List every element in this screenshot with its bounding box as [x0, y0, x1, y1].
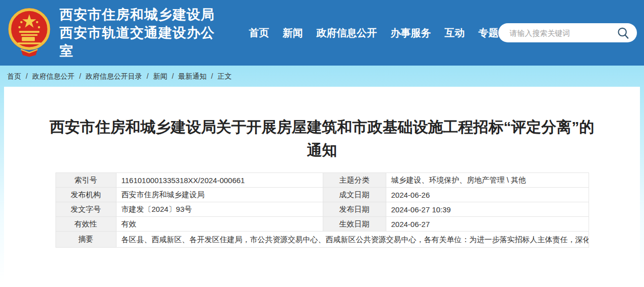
meta-value-validity: 有效 — [116, 217, 323, 232]
breadcrumb-separator: / — [79, 72, 81, 80]
meta-value-topic-category: 城乡建设、环境保护、房地产管理 \ 其他 — [386, 173, 589, 188]
nav-item-news[interactable]: 新闻 — [282, 26, 303, 40]
breadcrumb-news[interactable]: 新闻 — [153, 72, 167, 81]
document-meta-table: 索引号 1161010001335318XX/2024-000661 主题分类 … — [55, 173, 589, 248]
meta-value-index-number: 1161010001335318XX/2024-000661 — [116, 173, 323, 188]
meta-value-issuing-agency: 西安市住房和城乡建设局 — [116, 188, 323, 202]
content-card: 西安市住房和城乡建设局关于开展房屋建筑和市政基础设施工程招标“评定分离”的通知 … — [4, 87, 640, 287]
nav-item-topics[interactable]: 专题 — [478, 26, 498, 40]
meta-label-written-date: 成文日期 — [323, 188, 386, 202]
search-box — [498, 23, 637, 42]
meta-label-effective-date: 生效日期 — [323, 217, 386, 232]
nav-item-interact[interactable]: 互动 — [444, 26, 464, 40]
meta-value-publish-date: 2024-06-27 10:39 — [386, 202, 589, 217]
meta-row-document-number: 发文字号 市建发〔2024〕93号 发布日期 2024-06-27 10:39 — [55, 202, 589, 217]
site-title: 西安市住房和城乡建设局 西安市轨道交通建设办公室 — [60, 6, 227, 60]
breadcrumb-gov-info-dir[interactable]: 政府信息公开目录 — [86, 72, 142, 81]
meta-row-index-number: 索引号 1161010001335318XX/2024-000661 主题分类 … — [55, 173, 589, 188]
breadcrumb: 首页 / 政府信息公开 / 政府信息公开目录 / 新闻 / 最新通知 / 正文 — [0, 66, 644, 87]
meta-row-summary: 摘要 各区县、西咸新区、各开发区住建局，市公共资源交易中心、西咸新区公共资源交易… — [55, 232, 589, 248]
breadcrumb-separator: / — [172, 72, 174, 80]
meta-value-document-number: 市建发〔2024〕93号 — [116, 202, 323, 217]
meta-label-topic-category: 主题分类 — [323, 173, 386, 188]
meta-label-document-number: 发文字号 — [55, 202, 116, 217]
breadcrumb-separator: / — [147, 72, 149, 80]
meta-label-publish-date: 发布日期 — [323, 202, 386, 217]
main-nav: 首页 新闻 政府信息公开 办事服务 互动 专题 — [249, 26, 498, 40]
meta-label-summary: 摘要 — [55, 232, 116, 248]
meta-value-summary: 各区县、西咸新区、各开发区住建局，市公共资源交易中心、西咸新区公共资源交易中心，… — [116, 232, 589, 248]
meta-label-issuing-agency: 发布机构 — [55, 188, 116, 202]
breadcrumb-gov-info[interactable]: 政府信息公开 — [32, 72, 75, 81]
site-logo-home-link[interactable]: 西安市住房和城乡建设局 西安市轨道交通建设办公室 — [6, 6, 227, 60]
meta-value-written-date: 2024-06-26 — [386, 188, 589, 202]
search-icon[interactable] — [616, 26, 630, 40]
site-title-line1: 西安市住房和城乡建设局 — [60, 6, 227, 24]
meta-value-effective-date: 2024-06-27 — [386, 217, 589, 232]
nav-item-services[interactable]: 办事服务 — [390, 26, 431, 40]
meta-label-index-number: 索引号 — [55, 173, 116, 188]
meta-label-validity: 有效性 — [55, 217, 116, 232]
national-emblem-icon — [6, 7, 52, 59]
nav-item-home[interactable]: 首页 — [249, 26, 269, 40]
breadcrumb-separator: / — [211, 72, 213, 80]
breadcrumb-separator: / — [26, 72, 28, 80]
meta-row-issuing-agency: 发布机构 西安市住房和城乡建设局 成文日期 2024-06-26 — [55, 188, 589, 202]
breadcrumb-home[interactable]: 首页 — [7, 72, 21, 81]
site-header: 西安市住房和城乡建设局 西安市轨道交通建设办公室 首页 新闻 政府信息公开 办事… — [0, 0, 644, 66]
breadcrumb-latest-notice[interactable]: 最新通知 — [179, 72, 207, 81]
site-title-line2: 西安市轨道交通建设办公室 — [60, 24, 227, 60]
meta-row-validity: 有效性 有效 生效日期 2024-06-27 — [55, 217, 589, 232]
breadcrumb-current-page: 正文 — [217, 72, 231, 81]
nav-item-gov-info[interactable]: 政府信息公开 — [316, 26, 377, 40]
article-title: 西安市住房和城乡建设局关于开展房屋建筑和市政基础设施工程招标“评定分离”的通知 — [50, 116, 595, 162]
search-input[interactable] — [509, 29, 616, 37]
